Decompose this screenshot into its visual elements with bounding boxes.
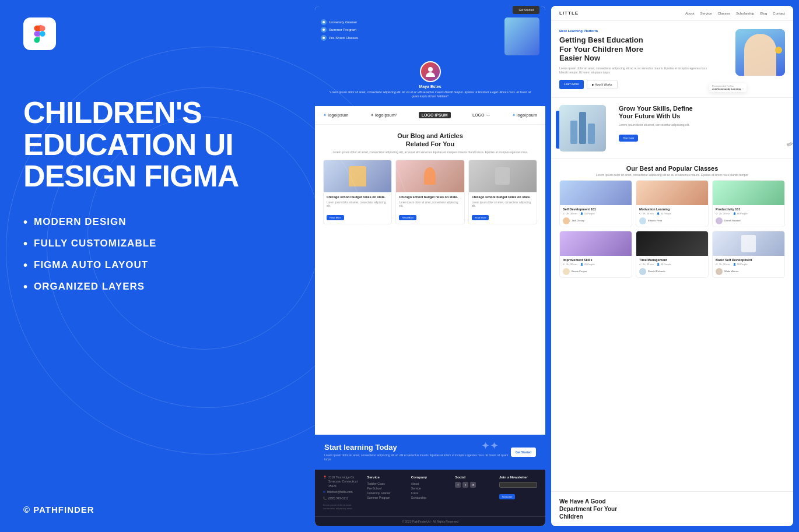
tp-item-1: University Gramer	[329, 20, 357, 24]
blog-card-2: Chicago school budget relies on state. L…	[395, 160, 464, 225]
nav-blog[interactable]: Blog	[760, 12, 767, 15]
newsletter-btn[interactable]: Subscribe	[499, 494, 516, 499]
hero-yellow-dot	[775, 47, 782, 54]
logo-4: LOGO·····	[472, 113, 490, 117]
blog-card-img-3	[469, 160, 537, 192]
class-author-4: Bessie Cooper	[572, 270, 587, 273]
class-duration-3: ⏱ 2h, 30 min	[716, 212, 730, 215]
cta-btn[interactable]: Get Started	[511, 448, 536, 457]
class-card-1: Self Development 101 ⏱ 2h, 30 min 👤 55 P…	[559, 180, 632, 227]
twitter-icon[interactable]: t	[462, 482, 468, 488]
feature-item-2: FULLY CUSTOMIZABLE	[23, 237, 286, 251]
feature-item-1: MODERN DESIGN	[23, 216, 286, 229]
class-author-3: Darrell Steward	[724, 219, 741, 222]
class-author-5: Ronald Richards	[648, 270, 665, 273]
logo-5: ✦ logoipsum	[512, 113, 537, 118]
tp-item-3: Pre-Shoot Classes	[329, 36, 358, 40]
hero-learn-more-btn[interactable]: Learn More	[559, 80, 584, 89]
blog-card-text-1: Lorem ipsum dolor sit amet, consectetur …	[327, 201, 388, 209]
top-get-started-btn[interactable]: Get Started	[513, 6, 539, 14]
hero-how-it-works-btn[interactable]: ▶ How It Works	[587, 80, 618, 89]
classes-section: Our Best and Popular Classes Lorem ipsum…	[551, 159, 793, 491]
blog-card-img-2	[396, 160, 464, 192]
blog-subtitle: Lorem ipsum dolor sit amet, consectetur …	[323, 150, 537, 154]
right-hero: Best Learning Platform Getting Best Educ…	[551, 21, 793, 98]
class-author-2: Eleanor Pena	[648, 219, 662, 222]
nav-links: About Service Classes Scholarship Blog C…	[685, 12, 785, 15]
class-title-6: Basic Self Development	[716, 258, 782, 262]
hero-tag: Best Learning Platform	[559, 29, 715, 33]
footer-service-col: Service Toddler Class Pre-School Univers…	[367, 475, 405, 511]
blog-card-btn-3[interactable]: Read More	[472, 215, 489, 220]
nav-scholarship[interactable]: Scholarship	[736, 12, 754, 15]
tp-item-2: Summer Program	[329, 28, 356, 31]
class-card-img-4	[560, 231, 632, 256]
classes-grid: Self Development 101 ⏱ 2h, 30 min 👤 55 P…	[559, 180, 785, 278]
hero-desc: Lorem ipsum dolor sit amet, consectetur …	[559, 66, 715, 75]
blog-card-title-2: Chicago school budget relies on state.	[399, 195, 461, 199]
top-partial-section: University Gramer Summer Program Pre-Sho…	[315, 6, 545, 55]
hero-buttons: Learn More ▶ How It Works	[559, 80, 715, 89]
footer-address-col: 📍2118 Thornridge Cir. Syracuse, Connecti…	[323, 475, 361, 511]
testimonial-section: Maya Estes "Lorem ipsum dolor sit amet, …	[315, 55, 545, 106]
nav-contact[interactable]: Contact	[773, 12, 785, 15]
skills-image	[559, 105, 606, 152]
blog-card-title-1: Chicago school budget relies on state.	[327, 195, 388, 199]
classes-desc: Lorem ipsum dolor sit amet, consectetur …	[559, 173, 785, 177]
main-title: CHILDREN'S EDUCATION UI DESIGN FIGMA	[23, 97, 286, 192]
right-nav: LITTLE About Service Classes Scholarship…	[551, 6, 793, 21]
class-author-6: Wade Warren	[724, 270, 738, 273]
logo-1: ✦ logoipsum	[323, 113, 348, 118]
class-card-6: Basic Self Development ⏱ 2h, 30 min 👤 58…	[712, 231, 785, 278]
class-title-2: Motivation Learning	[639, 207, 705, 211]
class-card-3: Productivity 101 ⏱ 2h, 30 min 👤 80 Peopl…	[712, 180, 785, 227]
blog-card-1: Chicago school budget relies on state. L…	[323, 160, 392, 225]
class-duration-1: ⏱ 2h, 30 min	[563, 212, 577, 215]
cta-stars-decoration: ✦✦	[481, 439, 499, 452]
right-bottom-title: We Have A GoodDepartment For YourChildre…	[559, 498, 785, 520]
skills-section: Grow Your Skills, DefineYour Future With…	[551, 98, 793, 159]
blog-card-text-2: Lorem ipsum dolor sit amet, consectetur …	[399, 201, 461, 209]
nav-classes[interactable]: Classes	[718, 12, 730, 15]
middle-screenshot: University Gramer Summer Program Pre-Sho…	[315, 6, 545, 526]
class-duration-6: ⏱ 2h, 30 min	[716, 263, 730, 266]
blog-card-btn-2[interactable]: Read More	[399, 215, 416, 220]
footer-company-col: Company About Service Class Scholarship	[411, 475, 449, 511]
footer-bottom-text: © 2023 PathFinderUd - All Rights Reserve…	[323, 520, 537, 523]
blog-card-title-3: Chicago school budget relies on state.	[472, 195, 534, 199]
blog-cards: Chicago school budget relies on state. L…	[323, 160, 537, 225]
class-people-1: 👤 55 People	[580, 212, 595, 215]
nav-about[interactable]: About	[685, 12, 695, 15]
skills-btn[interactable]: Discover	[619, 135, 638, 142]
blog-card-3: Chicago school budget relies on state. L…	[468, 160, 537, 225]
nav-service[interactable]: Service	[700, 12, 712, 15]
footer-newsletter-col: Join a Newsletter Subscribe	[499, 475, 537, 511]
skills-title: Grow Your Skills, DefineYour Future With…	[619, 105, 785, 120]
cta-section: Start learning Today Lorem ipsum dolor s…	[315, 435, 545, 470]
right-screenshot: LITTLE About Service Classes Scholarship…	[551, 6, 793, 526]
class-title-3: Productivity 101	[716, 207, 782, 211]
right-bottom: We Have A GoodDepartment For YourChildre…	[551, 491, 793, 526]
class-people-2: 👤 35 People	[657, 212, 671, 215]
pencil-icon: ✏	[786, 138, 793, 149]
blog-card-btn-1[interactable]: Read More	[327, 215, 344, 220]
figma-logo	[23, 17, 56, 50]
class-people-3: 👤 80 People	[733, 212, 748, 215]
left-panel: CHILDREN'S EDUCATION UI DESIGN FIGMA MOD…	[0, 0, 309, 532]
blog-section: Our Blog and ArticlesRelated For You Lor…	[315, 125, 545, 435]
mid-footer: 📍2118 Thornridge Cir. Syracuse, Connecti…	[315, 470, 545, 517]
avatar	[420, 61, 441, 82]
class-card-img-1	[560, 181, 632, 205]
hero-badge: Recommended For You Join Community Learn…	[709, 83, 747, 92]
cta-desc: Lorem ipsum dolor sit amet, consectetur …	[324, 453, 511, 461]
footer-social-col: Social f t in	[455, 475, 493, 511]
nav-logo: LITTLE	[559, 10, 579, 16]
hero-title: Getting Best EducationFor Your Children …	[559, 36, 715, 63]
class-title-4: Improvement Skills	[563, 258, 629, 262]
newsletter-input[interactable]	[499, 482, 537, 488]
blog-title: Our Blog and ArticlesRelated For You	[323, 132, 537, 149]
class-people-6: 👤 58 People	[733, 263, 748, 266]
facebook-icon[interactable]: f	[455, 482, 461, 488]
class-card-4: Improvement Skills ⏱ 2h, 30 min 👤 45 Peo…	[559, 231, 632, 278]
instagram-icon[interactable]: in	[470, 482, 476, 488]
